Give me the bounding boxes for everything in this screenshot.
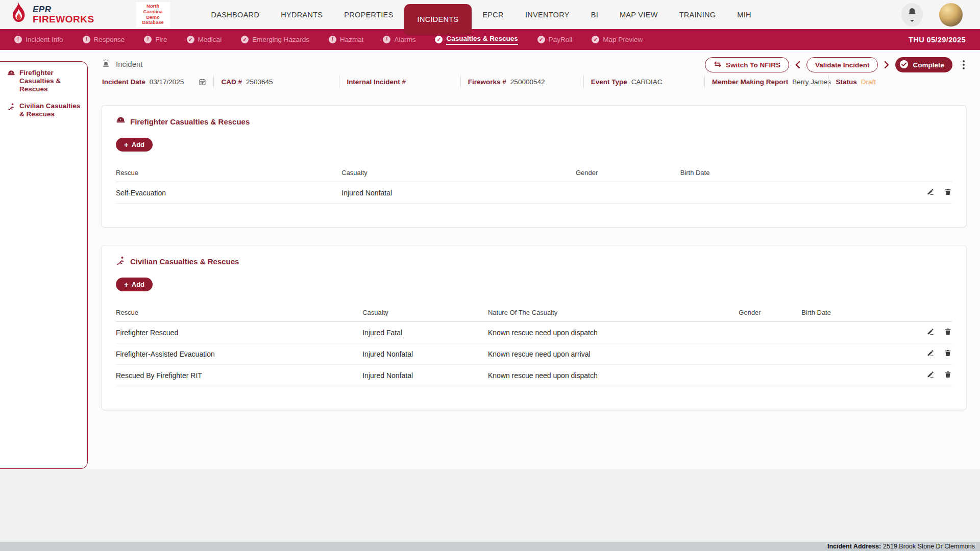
top-nav-mih[interactable]: MIH (726, 0, 762, 29)
subnav-item-label: PayRoll (549, 36, 573, 43)
sidebar-item-firefighter-casualties-rescues[interactable]: Firefighter Casualties & Rescues (7, 69, 82, 94)
incident-field-cad: CAD #2503645 (213, 76, 339, 88)
civilian-rescue-icon (7, 103, 15, 113)
validate-incident-button[interactable]: Validate Incident (806, 57, 878, 72)
current-date: THU 05/29/2025 (909, 36, 966, 44)
table-cell: Firefighter Rescued (116, 322, 362, 343)
table-cell: Known rescue need upon dispatch (488, 322, 739, 343)
status-warning-icon: ! (383, 36, 390, 43)
top-nav-incidents[interactable]: INCIDENTS (404, 4, 472, 35)
top-nav-hydrants[interactable]: HYDRANTS (270, 0, 333, 29)
incident-field-member-making-report: Member Making ReportBerry James (704, 76, 828, 88)
field-label: Member Making Report (712, 78, 788, 86)
top-nav-epcr[interactable]: EPCR (472, 0, 514, 29)
edit-icon[interactable] (926, 328, 935, 336)
field-label: Incident Date (102, 78, 145, 86)
incident-field-fireworks: Fireworks #250000542 (460, 76, 583, 88)
add-civilian-casualty-button[interactable]: + Add (116, 278, 153, 291)
subnav-item-alarms[interactable]: !Alarms (383, 36, 415, 43)
subnav-item-label: Hazmat (340, 36, 364, 43)
subnav-item-incident-info[interactable]: !Incident Info (14, 36, 63, 43)
civilian-rescue-icon (116, 256, 126, 267)
plus-icon: + (124, 141, 129, 148)
subnav-item-map-preview[interactable]: ✓Map Preview (592, 36, 643, 43)
calendar-icon[interactable] (199, 78, 206, 86)
column-header-birth-date: Birth Date (801, 305, 902, 322)
table-cell (739, 322, 801, 343)
chevron-down-icon (910, 20, 914, 22)
field-label: Fireworks # (468, 78, 506, 86)
next-section-button[interactable] (883, 61, 890, 69)
subnav-item-casualties-rescues[interactable]: ✓Casualties & Rescues (435, 35, 518, 45)
delete-icon[interactable] (944, 188, 952, 196)
table-row: Firefighter RescuedInjured FatalKnown re… (116, 322, 952, 343)
more-options-icon[interactable] (961, 60, 967, 69)
sidebar-item-civilian-casualties-rescues[interactable]: Civilian Casualties & Rescues (7, 102, 82, 118)
table-cell (576, 182, 680, 204)
civilian-casualties-table: RescueCasualtyNature Of The CasualtyGend… (116, 305, 952, 386)
firefighter-casualties-table: RescueCasualtyGenderBirth DateSelf-Evacu… (116, 165, 952, 204)
top-nav-dashboard[interactable]: DASHBOARD (201, 0, 271, 29)
table-cell: Injured Nonfatal (341, 182, 576, 204)
subnav-item-label: Response (94, 36, 125, 43)
row-actions (898, 182, 952, 204)
field-value: Berry James (792, 78, 831, 86)
status-warning-icon: ! (329, 36, 336, 43)
field-value: 03/17/2025 (150, 78, 184, 86)
switch-to-nfirs-button[interactable]: Switch To NFIRS (705, 57, 789, 72)
column-header-birth-date: Birth Date (680, 165, 898, 182)
top-nav: DASHBOARDHYDRANTSPROPERTIESINCIDENTSEPCR… (201, 0, 762, 29)
add-firefighter-casualty-button[interactable]: + Add (116, 138, 153, 152)
delete-icon[interactable] (944, 328, 952, 336)
notifications-button[interactable] (901, 3, 923, 27)
subnav-item-label: Incident Info (26, 36, 63, 43)
subnav-item-payroll[interactable]: ✓PayRoll (537, 36, 573, 43)
subnav-item-label: Alarms (394, 36, 415, 43)
column-header-rescue: Rescue (116, 165, 341, 182)
incident-field-internal-incident: Internal Incident # (339, 76, 460, 88)
bell-icon (907, 7, 917, 19)
top-nav-properties[interactable]: PROPERTIES (333, 0, 404, 29)
firefighter-helmet-icon (116, 116, 126, 128)
section-title: Firefighter Casualties & Rescues (130, 117, 250, 126)
top-nav-map-view[interactable]: MAP VIEW (609, 0, 669, 29)
status-complete-icon: ✓ (592, 36, 599, 43)
status-complete-icon: ✓ (537, 36, 545, 43)
column-header-gender: Gender (576, 165, 680, 182)
edit-icon[interactable] (926, 370, 935, 379)
subnav-item-emerging-hazards[interactable]: ✓Emerging Hazards (241, 36, 309, 43)
edit-icon[interactable] (926, 349, 935, 357)
table-cell: Rescued By Firefighter RIT (116, 365, 362, 386)
table-cell: Self-Evacuation (116, 182, 341, 204)
subnav-item-medical[interactable]: ✓Medical (187, 36, 222, 43)
column-header-casualty: Casualty (362, 305, 488, 322)
field-value: Draft (861, 78, 876, 86)
top-nav-bi[interactable]: BI (580, 0, 609, 29)
sidebar-item-label: Civilian Casualties & Rescues (19, 102, 82, 118)
subnav-item-fire[interactable]: !Fire (144, 36, 167, 43)
subnav-item-hazmat[interactable]: !Hazmat (329, 36, 364, 43)
field-label: Status (836, 78, 857, 86)
subnav-item-label: Emerging Hazards (252, 36, 309, 43)
row-actions (902, 365, 952, 386)
incident-address-bar: Incident Address: 2519 Brook Stone Dr Cl… (0, 542, 980, 551)
table-cell (801, 343, 902, 365)
table-row: Firefighter-Assisted EvacuationInjured N… (116, 343, 952, 365)
user-avatar[interactable] (939, 3, 963, 27)
incident-field-status: StatusDraft (828, 76, 967, 88)
status-complete-icon: ✓ (435, 36, 443, 43)
table-cell: Injured Fatal (362, 322, 488, 343)
top-nav-training[interactable]: TRAINING (669, 0, 727, 29)
complete-button[interactable]: Complete (895, 57, 952, 72)
table-row: Rescued By Firefighter RITInjured Nonfat… (116, 365, 952, 386)
table-row: Self-EvacuationInjured Nonfatal (116, 182, 952, 204)
edit-icon[interactable] (926, 188, 935, 196)
subnav-item-label: Map Preview (603, 36, 643, 43)
delete-icon[interactable] (944, 349, 952, 357)
table-cell (801, 322, 902, 343)
previous-section-button[interactable] (794, 61, 801, 69)
table-header-row: RescueCasualtyNature Of The CasualtyGend… (116, 305, 952, 322)
delete-icon[interactable] (944, 370, 952, 379)
top-nav-inventory[interactable]: INVENTORY (514, 0, 580, 29)
subnav-item-response[interactable]: !Response (83, 36, 125, 43)
